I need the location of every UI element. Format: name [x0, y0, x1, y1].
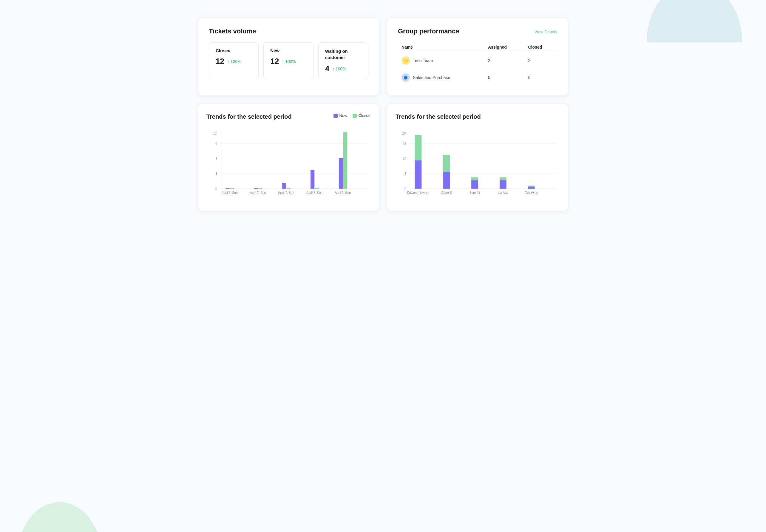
svg-rect-47 [528, 186, 535, 189]
metric-waiting-value-row: 4 ↑ 100% [325, 64, 361, 73]
svg-rect-20 [315, 188, 319, 189]
chart1-legend: New Closed [333, 113, 370, 118]
svg-text:Eva Wats: Eva Wats [525, 191, 538, 194]
svg-rect-22 [339, 158, 343, 189]
svg-text:3: 3 [215, 172, 217, 175]
svg-text:April 7, Sun: April 7, Sun [222, 191, 238, 194]
svg-rect-19 [311, 170, 314, 189]
table-row: 🌟 Tech Team 2 2 [398, 52, 557, 69]
team-name-cell: 🔵 Sales and Purchase [398, 69, 484, 86]
svg-text:0: 0 [404, 187, 406, 191]
team-avatar-sales: 🔵 [401, 73, 410, 82]
col-assigned: Assigned [484, 42, 525, 52]
bg-decoration-top-right [647, 0, 742, 42]
svg-rect-11 [230, 188, 234, 189]
legend-new-dot [333, 114, 338, 118]
view-details-link[interactable]: View Details [534, 30, 557, 34]
metric-new-change: ↑ 100% [282, 59, 296, 64]
tickets-metrics: Closed 12 ↑ 100% New 12 ↑ 100% Waiting o… [209, 42, 368, 79]
svg-text:20: 20 [402, 132, 406, 135]
metric-new-label: New [270, 48, 306, 53]
group-performance-card: Group performance View Details Name Assi… [387, 18, 568, 95]
svg-text:12: 12 [213, 132, 217, 135]
table-row: 🔵 Sales and Purchase 5 5 [398, 69, 557, 86]
metric-waiting: Waiting oncustomer 4 ↑ 100% [318, 42, 368, 79]
team-avatar-techteam: 🌟 [401, 56, 410, 65]
col-closed: Closed [525, 42, 557, 52]
svg-text:5: 5 [404, 172, 406, 175]
col-name: Name [398, 42, 484, 52]
team-name: Tech Team [413, 58, 433, 63]
trends-chart-2-card: Trends for the selected period 0 5 10 15… [387, 104, 568, 211]
svg-text:April 7, Sun: April 7, Sun [306, 191, 322, 194]
dashboard: Tickets volume Closed 12 ↑ 100% New 12 ↑… [174, 0, 592, 229]
group-performance-table: Name Assigned Closed 🌟 Tech Team 2 2 [398, 42, 557, 86]
svg-rect-44 [500, 180, 506, 188]
team-assigned: 5 [484, 69, 525, 86]
bg-decoration-bottom-left [18, 502, 101, 532]
legend-closed-dot [353, 114, 357, 118]
legend-closed: Closed [353, 113, 370, 118]
svg-rect-10 [226, 188, 229, 189]
team-closed: 5 [525, 69, 557, 86]
group-performance-header: Group performance View Details [398, 27, 557, 36]
metric-new: New 12 ↑ 100% [263, 42, 313, 79]
svg-text:April 7, Sun: April 7, Sun [250, 191, 266, 194]
svg-rect-39 [443, 155, 450, 172]
svg-rect-23 [343, 132, 347, 189]
svg-rect-38 [443, 172, 450, 189]
svg-rect-17 [287, 188, 291, 189]
metric-new-value: 12 [270, 57, 279, 66]
svg-text:0: 0 [215, 187, 217, 191]
team-closed: 2 [525, 52, 557, 69]
metric-waiting-change: ↑ 100% [332, 67, 346, 71]
svg-rect-16 [282, 183, 286, 189]
svg-text:Edward Howard: Edward Howard [407, 191, 429, 194]
metric-new-value-row: 12 ↑ 100% [270, 57, 306, 66]
metric-waiting-value: 4 [325, 64, 329, 73]
metric-closed-label: Closed [216, 48, 252, 53]
svg-rect-14 [258, 188, 262, 189]
group-performance-title: Group performance [398, 27, 459, 35]
team-assigned: 2 [484, 52, 525, 69]
svg-text:6: 6 [215, 157, 217, 160]
tickets-volume-title: Tickets volume [209, 27, 368, 35]
svg-rect-48 [528, 185, 535, 186]
tickets-volume-card: Tickets volume Closed 12 ↑ 100% New 12 ↑… [198, 18, 379, 95]
svg-text:15: 15 [403, 142, 406, 146]
svg-text:9: 9 [215, 142, 217, 146]
chart1-header: Trends for the selected period New Close… [206, 113, 370, 120]
svg-text:Iza Aby: Iza Aby [498, 191, 508, 194]
svg-rect-45 [500, 177, 506, 180]
metric-closed-value: 12 [216, 57, 224, 66]
chart1-container: 0 3 6 9 12 April 7, Sun April 7, Sun Apr… [206, 127, 370, 205]
chart1-title: Trends for the selected period [206, 113, 292, 120]
svg-text:April 7, Sun: April 7, Sun [335, 191, 351, 194]
svg-text:April 7, Sun: April 7, Sun [278, 191, 294, 194]
legend-new: New [333, 113, 347, 118]
svg-text:Oliver S: Oliver S [441, 191, 452, 194]
chart1-svg: 0 3 6 9 12 April 7, Sun April 7, Sun Apr… [206, 127, 370, 205]
chart2-svg: 0 5 10 15 20 Edward Howard Oliver S Sam … [396, 127, 560, 205]
chart2-container: 0 5 10 15 20 Edward Howard Oliver S Sam … [396, 127, 560, 205]
metric-waiting-label: Waiting oncustomer [325, 48, 361, 61]
legend-closed-label: Closed [359, 113, 370, 118]
svg-rect-13 [254, 188, 258, 189]
team-name: Sales and Purchase [413, 75, 450, 80]
team-name-cell: 🌟 Tech Team [398, 52, 484, 69]
metric-closed-change: ↑ 100% [227, 59, 241, 64]
svg-rect-36 [415, 135, 421, 160]
chart2-header: Trends for the selected period [396, 113, 560, 120]
svg-rect-41 [471, 180, 478, 188]
trends-chart-1-card: Trends for the selected period New Close… [198, 104, 379, 211]
chart2-title: Trends for the selected period [396, 113, 481, 120]
svg-text:Sam Ali: Sam Ali [470, 191, 480, 194]
svg-text:10: 10 [403, 157, 406, 160]
svg-rect-42 [471, 177, 478, 180]
legend-new-label: New [339, 113, 347, 118]
svg-rect-35 [415, 160, 421, 189]
metric-closed: Closed 12 ↑ 100% [209, 42, 259, 79]
metric-closed-value-row: 12 ↑ 100% [216, 57, 252, 66]
